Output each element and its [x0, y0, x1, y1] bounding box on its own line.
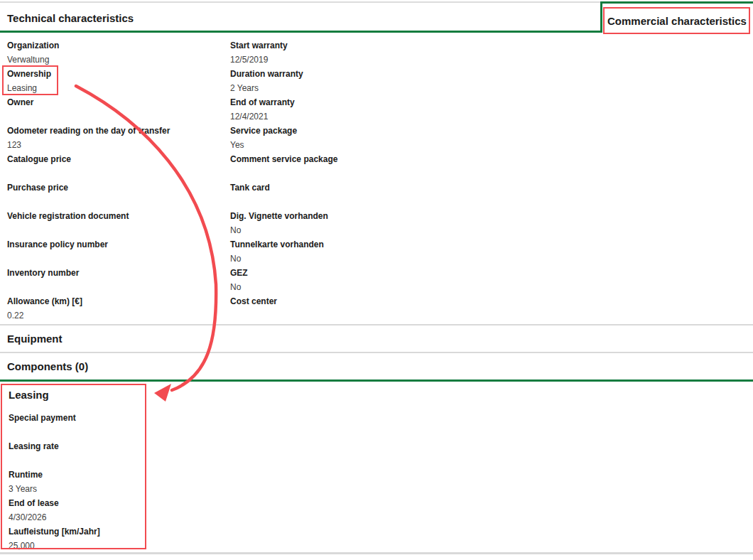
- field-label: Allowance (km) [€]: [7, 296, 229, 307]
- bottom-divider: [0, 552, 753, 554]
- field-label: Runtime: [9, 470, 143, 480]
- field-label: Tunnelkarte vorhanden: [230, 239, 486, 250]
- field-value[interactable]: [7, 225, 229, 236]
- field-value[interactable]: 123: [7, 140, 229, 151]
- field-label: Insurance policy number: [7, 239, 229, 250]
- field-label: Start warranty: [230, 41, 486, 51]
- field-row: OwnershipLeasing: [7, 69, 229, 97]
- field-row: Comment service package: [230, 154, 486, 183]
- field-row: Vehicle registration document: [7, 211, 229, 239]
- field-row: Service packageYes: [230, 126, 486, 154]
- technical-left-column: OrganizationVerwaltungOwnershipLeasingOw…: [7, 41, 229, 325]
- field-value[interactable]: [230, 197, 486, 208]
- field-label: Odometer reading on the day of transfer: [7, 126, 229, 136]
- field-row: Laufleistung [km/Jahr]25,000: [9, 527, 143, 555]
- field-value[interactable]: 2 Years: [230, 83, 486, 94]
- field-label: Cost center: [230, 296, 486, 307]
- field-label: Ownership: [7, 69, 229, 80]
- field-row: Owner: [7, 97, 229, 126]
- section-header-equipment[interactable]: Equipment: [7, 332, 63, 346]
- field-value[interactable]: [7, 254, 229, 264]
- field-label: End of lease: [9, 498, 143, 509]
- field-value[interactable]: 12/5/2019: [230, 55, 486, 65]
- leasing-section-top-line: [0, 379, 753, 382]
- field-label: Organization: [7, 41, 229, 51]
- field-row: Purchase price: [7, 183, 229, 211]
- field-value[interactable]: No: [230, 225, 486, 236]
- field-row: Leasing rate: [9, 441, 143, 470]
- section-divider: [0, 324, 753, 325]
- field-label: Tank card: [230, 183, 486, 193]
- field-row: Cost center: [230, 296, 486, 325]
- field-value[interactable]: [7, 168, 229, 179]
- field-row: End of lease4/30/2026: [9, 498, 143, 527]
- field-label: Vehicle registration document: [7, 211, 229, 222]
- section-header-leasing[interactable]: Leasing: [9, 388, 49, 402]
- field-value[interactable]: No: [230, 282, 486, 293]
- field-label: Leasing rate: [9, 441, 143, 452]
- field-label: Special payment: [9, 413, 143, 424]
- vehicle-details-page: Technical characteristics Commercial cha…: [0, 0, 753, 560]
- field-row: OrganizationVerwaltung: [7, 41, 229, 69]
- field-row: Catalogue price: [7, 154, 229, 183]
- field-label: Catalogue price: [7, 154, 229, 165]
- field-row: Inventory number: [7, 268, 229, 296]
- tab-commercial-characteristics-label[interactable]: Commercial characteristics: [607, 15, 747, 27]
- field-row: Allowance (km) [€]0.22: [7, 296, 229, 325]
- field-row: Insurance policy number: [7, 239, 229, 268]
- leasing-fields-column: Special paymentLeasing rateRuntime3 Year…: [9, 413, 143, 555]
- field-label: Comment service package: [230, 154, 486, 165]
- annotation-arrowhead: [154, 384, 171, 402]
- field-value[interactable]: Verwaltung: [7, 55, 229, 65]
- section-header-components[interactable]: Components (0): [7, 360, 88, 374]
- field-label: End of warranty: [230, 97, 486, 108]
- field-value[interactable]: [7, 282, 229, 293]
- field-value[interactable]: [9, 427, 143, 438]
- field-value[interactable]: Yes: [230, 140, 486, 151]
- field-value[interactable]: 3 Years: [9, 484, 143, 495]
- field-value[interactable]: [230, 168, 486, 179]
- field-row: Dig. Vignette vorhandenNo: [230, 211, 486, 239]
- field-label: Dig. Vignette vorhanden: [230, 211, 486, 222]
- field-label: Inventory number: [7, 268, 229, 279]
- field-label: Owner: [7, 97, 229, 108]
- field-row: End of warranty12/4/2021: [230, 97, 486, 126]
- field-value[interactable]: [7, 197, 229, 208]
- field-label: Service package: [230, 126, 486, 136]
- field-value[interactable]: 0.22: [7, 311, 229, 321]
- tab-technical-characteristics[interactable]: Technical characteristics: [7, 11, 134, 26]
- field-row: Duration warranty2 Years: [230, 69, 486, 97]
- field-value[interactable]: Leasing: [7, 83, 229, 94]
- field-value[interactable]: No: [230, 254, 486, 264]
- field-row: Start warranty12/5/2019: [230, 41, 486, 69]
- top-border-line: [0, 1, 600, 3]
- field-value[interactable]: 25,000: [9, 541, 143, 551]
- field-value[interactable]: 12/4/2021: [230, 112, 486, 122]
- section-divider: [0, 352, 753, 353]
- field-row: Special payment: [9, 413, 143, 441]
- field-label: GEZ: [230, 268, 486, 279]
- field-row: Odometer reading on the day of transfer1…: [7, 126, 229, 154]
- field-value[interactable]: [230, 311, 486, 321]
- field-label: Duration warranty: [230, 69, 486, 80]
- field-label: Laufleistung [km/Jahr]: [9, 527, 143, 537]
- field-row: Tunnelkarte vorhandenNo: [230, 239, 486, 268]
- technical-right-column: Start warranty12/5/2019Duration warranty…: [230, 41, 486, 325]
- field-row: Runtime3 Years: [9, 470, 143, 498]
- field-value[interactable]: [7, 112, 229, 122]
- field-row: GEZNo: [230, 268, 486, 296]
- field-row: Tank card: [230, 183, 486, 211]
- field-value[interactable]: 4/30/2026: [9, 512, 143, 523]
- technical-tab-underline: [0, 31, 601, 33]
- field-label: Purchase price: [7, 183, 229, 193]
- field-value[interactable]: [9, 456, 143, 466]
